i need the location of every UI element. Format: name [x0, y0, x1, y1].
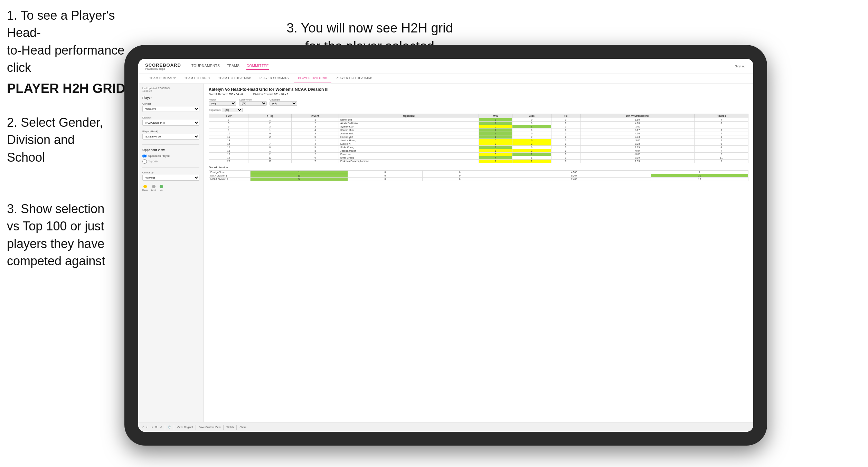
table-row: 1 [248, 128, 292, 132]
table-row: 0 [512, 118, 551, 122]
table-row: 0 [348, 178, 422, 181]
gender-label: Gender [142, 102, 199, 105]
legend-down: Down [142, 185, 148, 191]
sign-out-link[interactable]: Sign out [735, 65, 746, 68]
grid-area: Katelyn Vo Head-to-Head Grid for Women's… [204, 84, 753, 432]
table-row: 1.25 [581, 146, 695, 149]
subnav-player-summary[interactable]: PLAYER SUMMARY [255, 74, 294, 83]
table-row: 2 [512, 149, 551, 153]
table-row: 1 [292, 118, 339, 122]
table-row: 3 [695, 128, 748, 132]
table-row: 8 [248, 146, 292, 149]
nav-committee[interactable]: COMMITTEE [246, 63, 269, 70]
table-row: 9 [695, 142, 748, 146]
opponents-filter-select[interactable]: (All) [222, 108, 243, 112]
table-row: 2 [292, 122, 339, 125]
table-row: 5 [209, 122, 248, 125]
table-row: 0.38 [581, 142, 695, 146]
redo-btn[interactable]: ↩ [146, 426, 149, 429]
table-row: 0 [551, 132, 580, 135]
table-row: 1 [248, 149, 292, 153]
division-select[interactable]: NCAA Division III NCAA Division I NCAA D… [142, 120, 199, 126]
region-select[interactable]: (All) [209, 101, 236, 106]
table-row: 6 [292, 156, 339, 160]
sub-nav: TEAM SUMMARY TEAM H2H GRID TEAM H2H HEAT… [138, 74, 753, 84]
col-win: Win [479, 114, 512, 118]
view-original-btn[interactable]: View: Original [177, 426, 193, 429]
table-row: 6 [209, 125, 248, 128]
clock-btn[interactable]: 🕐 [168, 426, 171, 429]
table-row: 10 [248, 156, 292, 160]
nav-tournaments[interactable]: TOURNAMENTS [191, 63, 220, 70]
colour-legend: Down Level Up [142, 185, 199, 191]
player-select[interactable]: 8. Katelyn Vo [142, 134, 199, 140]
toolbar-sep4 [223, 425, 224, 430]
conference-select[interactable]: (All) [239, 101, 267, 106]
col-opponent: Opponent [339, 114, 479, 118]
table-row: 2 [479, 142, 512, 146]
table-row: 6 [248, 132, 292, 135]
table-row: 7.400 [497, 178, 651, 181]
table-row: 3.67 [581, 128, 695, 132]
table-row: 0 [551, 122, 580, 125]
table-row: Sharon Mun [339, 128, 479, 132]
share-btn[interactable]: Share [239, 426, 246, 429]
sidebar-timestamp: Last Updated: 27/03/2024 16:55:38 [142, 87, 199, 92]
toolbar-sep3 [196, 425, 196, 430]
table-row: 7 [292, 160, 339, 163]
refresh-btn[interactable]: ↺ [160, 426, 162, 429]
table-row: 3 [209, 118, 248, 122]
table-row: 0 [512, 139, 551, 142]
subnav-team-h2h[interactable]: TEAM H2H GRID [180, 74, 214, 83]
save-custom-btn[interactable]: Save Custom View [199, 426, 220, 429]
instr1-line2: to-Head performance click [7, 43, 124, 75]
logo-text: SCOREBOARD [145, 63, 181, 68]
table-row: 2 [512, 142, 551, 146]
table-row: 0 [551, 146, 580, 149]
nav-links: TOURNAMENTS TEAMS COMMITTEE [191, 63, 735, 70]
col-conf: # Conf [292, 114, 339, 118]
legend-up: Up [160, 185, 163, 191]
table-row: 30 [651, 174, 748, 178]
copy-btn[interactable]: ⊞ [155, 426, 158, 429]
table-row: 3 [292, 132, 339, 135]
table-row: -3.00 [581, 139, 695, 142]
radio-top-100[interactable]: Top 100 [142, 159, 199, 164]
table-row: 2 [479, 132, 512, 135]
toolbar-sep5 [236, 425, 237, 430]
undo2-btn[interactable]: ↪ [151, 426, 153, 429]
col-loss: Loss [512, 114, 551, 118]
colour-by-label: Colour by [142, 171, 199, 174]
subnav-player-h2h-grid[interactable]: PLAYER H2H GRID [294, 74, 331, 83]
table-row: 1 [479, 149, 512, 153]
subnav-team-summary[interactable]: TEAM SUMMARY [145, 74, 180, 83]
watch-btn[interactable]: Watch [226, 426, 234, 429]
table-row: Eunice Yi [339, 142, 479, 146]
undo-btn[interactable]: ↩ [142, 426, 144, 429]
table-row: 3 [292, 149, 339, 153]
table-row: 1 [248, 118, 292, 122]
radio-opponents-played[interactable]: Opponents Played [142, 154, 199, 158]
instruction-1: 1. To see a Player's Head- to-Head perfo… [7, 7, 138, 98]
nav-teams[interactable]: TEAMS [227, 63, 239, 70]
table-row: 1 [479, 118, 512, 122]
table-row: 3 [695, 135, 748, 139]
level-circle [152, 185, 155, 188]
table-row: 10 [651, 178, 748, 181]
colour-by-select[interactable]: Win/loss [142, 175, 199, 181]
table-row: Emily Chang [339, 156, 479, 160]
table-row: 0 [512, 146, 551, 149]
table-row: 1 [512, 160, 551, 163]
gender-select[interactable]: Women's Men's [142, 106, 199, 112]
opponent-select[interactable]: (All) [270, 101, 297, 106]
division-label: Division [142, 116, 199, 119]
table-row: 0 [423, 174, 497, 178]
subnav-player-heatmap[interactable]: PLAYER H2H HEATMAP [331, 74, 376, 83]
instr3-bottom-text: 3. Show selectionvs Top 100 or justplaye… [7, 202, 105, 268]
table-row: 0 [551, 118, 580, 122]
table-row: 20 [209, 160, 248, 163]
table-row: 9 [209, 128, 248, 132]
filter-row: Region (All) Conference (All) Opponent [209, 98, 748, 106]
subnav-team-heatmap[interactable]: TEAM H2H HEATMAP [214, 74, 255, 83]
table-row: 1.50 [581, 118, 695, 122]
